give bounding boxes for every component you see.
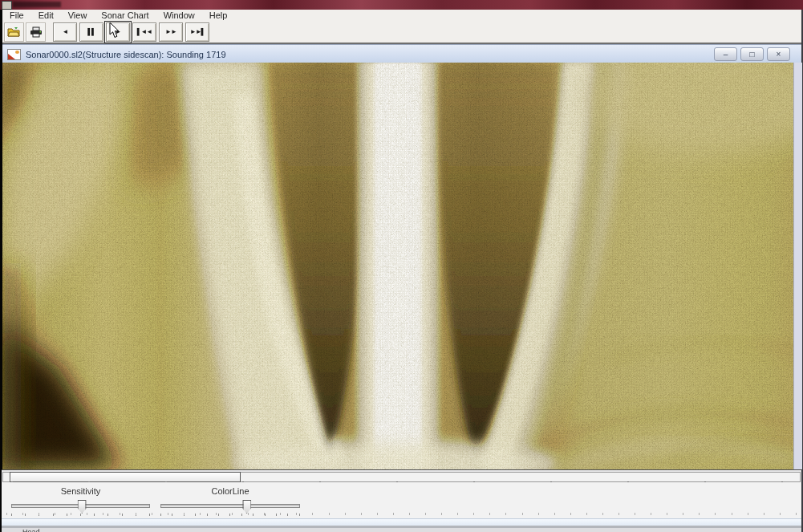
- background-window-icon: [2, 1, 12, 10]
- sensitivity-label: Sensitivity: [11, 485, 150, 497]
- open-folder-icon: [7, 26, 21, 38]
- print-button[interactable]: [26, 22, 46, 42]
- sensitivity-slider-thumb[interactable]: [78, 500, 87, 514]
- menu-item[interactable]: Help: [202, 10, 235, 21]
- status-text: Head: [22, 528, 40, 532]
- menu-item[interactable]: Window: [156, 10, 202, 21]
- minimize-button[interactable]: –: [714, 47, 737, 61]
- go-start-button[interactable]: ▌◄◄: [132, 22, 156, 42]
- pause-button[interactable]: ▌▌: [79, 22, 103, 42]
- fast-forward-button[interactable]: ►►: [159, 22, 183, 42]
- background-video-strip: [0, 0, 803, 10]
- window-controls: –□×: [714, 47, 790, 61]
- background-window-title: [13, 2, 61, 7]
- open-file-button[interactable]: [4, 22, 24, 42]
- toolbar: ◄▌▌►▌◄◄►►►►▌: [2, 21, 801, 44]
- sonar-right-border-strip: [793, 63, 802, 469]
- bottom-status-strip: Head: [2, 528, 801, 532]
- step-back-button[interactable]: ◄: [53, 22, 77, 42]
- play-button[interactable]: ►: [106, 22, 130, 42]
- menu-bar: FileEditViewSonar ChartWindowHelp: [2, 10, 801, 22]
- colorline-label: ColorLine: [160, 485, 300, 497]
- slider-panel: Sensitivity ColorLine: [2, 482, 801, 518]
- colorline-slider-thumb[interactable]: [242, 500, 251, 514]
- close-button[interactable]: ×: [767, 47, 790, 61]
- app-window: FileEditViewSonar ChartWindowHelp ◄▌▌►▌◄…: [0, 0, 803, 532]
- playback-controls: ◄▌▌►▌◄◄►►►►▌: [51, 22, 209, 42]
- menu-item[interactable]: Edit: [31, 10, 61, 21]
- document-title: Sonar0000.sl2(Structure sidescan): Sound…: [26, 50, 226, 59]
- menu-item[interactable]: Sonar Chart: [94, 10, 156, 21]
- menu-item[interactable]: File: [2, 10, 31, 21]
- go-end-button[interactable]: ►►▌: [185, 22, 209, 42]
- printer-icon: [30, 26, 43, 38]
- horizontal-scrollbar[interactable]: [2, 469, 801, 483]
- ruler-ticks: [6, 513, 797, 515]
- menu-item[interactable]: View: [61, 10, 95, 21]
- restore-button[interactable]: □: [740, 47, 764, 61]
- colorline-slider[interactable]: [160, 504, 300, 508]
- document-icon: [7, 49, 21, 60]
- sensitivity-slider[interactable]: [11, 504, 150, 508]
- sonar-image-view[interactable]: [2, 63, 793, 469]
